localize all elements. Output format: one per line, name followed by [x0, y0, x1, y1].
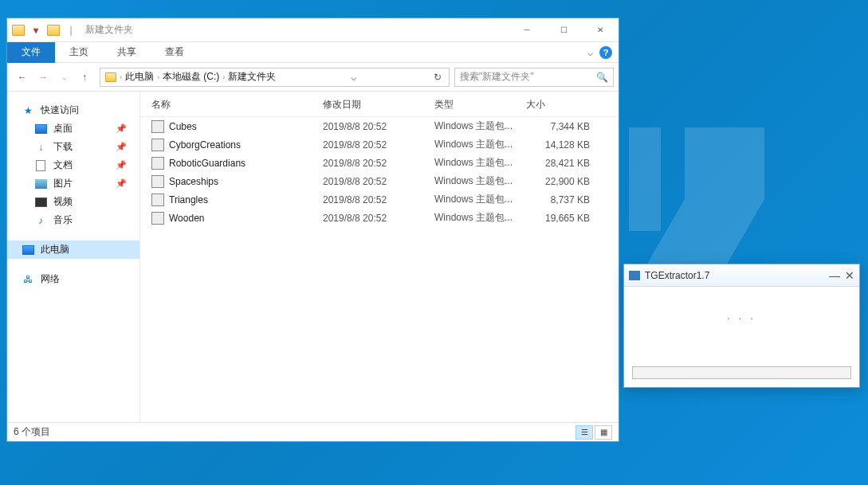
file-date: 2019/8/8 20:52 [323, 121, 434, 132]
file-row[interactable]: CyborgCreations2019/8/8 20:52Windows 主题包… [140, 135, 619, 154]
col-header-name[interactable]: 名称 [151, 98, 323, 111]
file-size: 22,900 KB [526, 176, 590, 187]
breadcrumb-item[interactable]: 本地磁盘 (C:) [159, 70, 222, 84]
ribbon-view-tab[interactable]: 查看 [151, 42, 198, 63]
music-icon: ♪ [34, 214, 47, 227]
sidebar: ★ 快速访问 桌面 📌 ↓ 下载 📌 文档 📌 [7, 92, 140, 422]
themepack-icon [151, 157, 164, 170]
file-name: Wooden [169, 213, 323, 224]
minimize-button[interactable]: ─ [509, 18, 545, 42]
sidebar-pictures[interactable]: 图片 📌 [7, 174, 139, 193]
tg-app-icon [629, 271, 640, 280]
ribbon-expand-icon[interactable]: ⌵ [587, 47, 593, 58]
nav-recent-dropdown[interactable]: ⌵ [53, 66, 74, 88]
file-row[interactable]: Cubes2019/8/8 20:52Windows 主题包...7,344 K… [140, 117, 619, 135]
search-placeholder: 搜索"新建文件夹" [460, 70, 534, 84]
file-size: 7,344 KB [526, 121, 590, 132]
search-input[interactable]: 搜索"新建文件夹" 🔍 [454, 68, 614, 87]
themepack-icon [151, 212, 164, 225]
tg-body-text: . . . [624, 287, 859, 330]
file-row[interactable]: RoboticGuardians2019/8/8 20:52Windows 主题… [140, 154, 619, 172]
search-icon[interactable]: 🔍 [596, 72, 608, 83]
col-header-size[interactable]: 大小 [526, 98, 590, 111]
address-bar[interactable]: › 此电脑 › 本地磁盘 (C:) › 新建文件夹 ⌵ ↻ [100, 68, 450, 87]
quick-access-dropdown[interactable]: ▾ [28, 22, 44, 38]
sidebar-quick-access[interactable]: ★ 快速访问 [7, 101, 139, 119]
file-type: Windows 主题包... [434, 138, 526, 151]
file-name: Spaceships [169, 176, 323, 187]
file-date: 2019/8/8 20:52 [323, 139, 434, 151]
tg-minimize-button[interactable]: — [829, 269, 840, 282]
nav-back-button[interactable]: ← [12, 66, 33, 88]
file-row[interactable]: Wooden2019/8/8 20:52Windows 主题包...19,665… [140, 209, 619, 227]
folder-icon [10, 22, 26, 38]
ribbon-tabs: 文件 主页 共享 查看 ⌵ ? [7, 42, 619, 63]
desktop-wallpaper [629, 127, 820, 271]
nav-forward-button[interactable]: → [33, 66, 53, 88]
tg-progress-bar [632, 366, 851, 379]
ribbon-file-tab[interactable]: 文件 [7, 42, 55, 63]
icons-view-button[interactable]: ▦ [595, 425, 612, 440]
file-date: 2019/8/8 20:52 [323, 176, 434, 187]
refresh-button[interactable]: ↻ [428, 72, 447, 83]
desktop-icon [34, 123, 47, 135]
col-header-date[interactable]: 修改日期 [323, 98, 434, 111]
file-type: Windows 主题包... [434, 174, 526, 188]
close-button[interactable]: ✕ [582, 18, 619, 42]
col-header-type[interactable]: 类型 [434, 98, 526, 111]
file-type: Windows 主题包... [434, 119, 526, 133]
file-size: 8,737 KB [526, 194, 590, 205]
file-date: 2019/8/8 20:52 [323, 194, 434, 205]
breadcrumb-item[interactable]: 新建文件夹 [225, 70, 279, 84]
file-size: 28,421 KB [526, 158, 590, 169]
sidebar-downloads[interactable]: ↓ 下载 📌 [7, 138, 139, 156]
network-icon: 🖧 [22, 273, 34, 286]
nav-up-button[interactable]: ↑ [74, 66, 95, 88]
file-name: CyborgCreations [169, 139, 323, 151]
file-type: Windows 主题包... [434, 156, 526, 170]
pictures-icon [34, 178, 47, 190]
videos-icon [34, 196, 47, 209]
title-bar[interactable]: ▾ | 新建文件夹 ─ ☐ ✕ [7, 18, 619, 42]
pin-icon: 📌 [116, 123, 127, 134]
sidebar-this-pc[interactable]: 此电脑 [7, 241, 139, 259]
pin-icon: 📌 [116, 142, 127, 152]
file-name: Cubes [169, 121, 323, 132]
file-date: 2019/8/8 20:52 [323, 213, 434, 224]
download-icon: ↓ [34, 141, 47, 154]
item-count: 6 个项目 [14, 425, 50, 439]
pin-icon: 📌 [116, 160, 127, 170]
file-date: 2019/8/8 20:52 [323, 158, 434, 169]
sidebar-network[interactable]: 🖧 网络 [7, 270, 139, 288]
details-view-button[interactable]: ☰ [575, 425, 593, 440]
column-headers: 名称 修改日期 类型 大小 [140, 93, 619, 117]
themepack-icon [151, 139, 164, 151]
breadcrumb-item[interactable]: 此电脑 [122, 70, 157, 84]
ribbon-home-tab[interactable]: 主页 [55, 42, 103, 63]
sidebar-videos[interactable]: 视频 [7, 193, 139, 211]
document-icon [34, 159, 47, 172]
file-name: RoboticGuardians [169, 158, 323, 169]
file-row[interactable]: Spaceships2019/8/8 20:52Windows 主题包...22… [140, 172, 619, 190]
sidebar-documents[interactable]: 文档 📌 [7, 156, 139, 174]
nav-bar: ← → ⌵ ↑ › 此电脑 › 本地磁盘 (C:) › 新建文件夹 ⌵ ↻ 搜索… [7, 63, 619, 92]
tg-title-bar[interactable]: TGExtractor1.7 — ✕ [624, 264, 859, 287]
sidebar-desktop[interactable]: 桌面 📌 [7, 119, 139, 138]
ribbon-share-tab[interactable]: 共享 [103, 42, 151, 63]
file-type: Windows 主题包... [434, 193, 526, 206]
help-icon[interactable]: ? [599, 46, 612, 59]
star-icon: ★ [22, 104, 34, 117]
tg-close-button[interactable]: ✕ [845, 269, 854, 282]
file-list-area: 名称 修改日期 类型 大小 Cubes2019/8/8 20:52Windows… [140, 92, 619, 422]
themepack-icon [151, 194, 164, 206]
maximize-button[interactable]: ☐ [545, 18, 582, 42]
file-name: Triangles [169, 194, 323, 205]
pin-icon: 📌 [116, 178, 127, 189]
file-row[interactable]: Triangles2019/8/8 20:52Windows 主题包...8,7… [140, 190, 619, 209]
sidebar-music[interactable]: ♪ 音乐 [7, 211, 139, 229]
themepack-icon [151, 120, 164, 133]
tgextractor-window: TGExtractor1.7 — ✕ . . . [623, 264, 860, 388]
pc-icon [22, 244, 34, 256]
tg-window-title: TGExtractor1.7 [645, 270, 709, 281]
window-title: 新建文件夹 [85, 23, 133, 37]
